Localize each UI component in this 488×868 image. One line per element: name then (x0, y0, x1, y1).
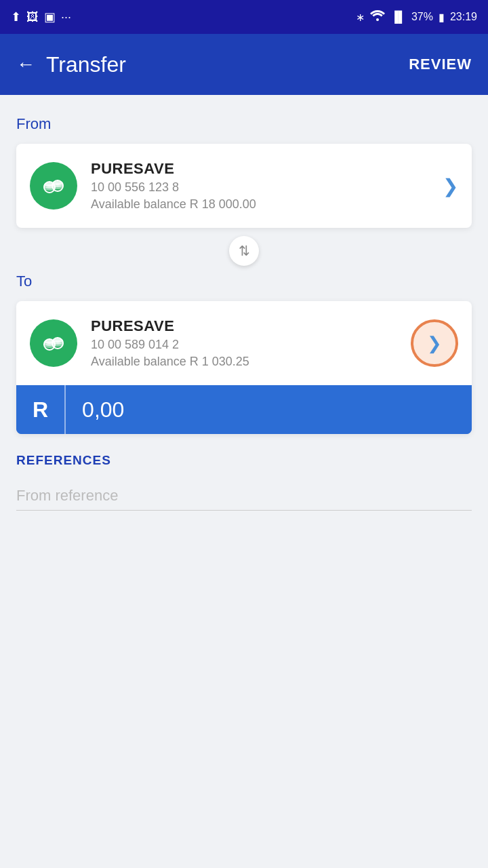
app-bar: ← Transfer REVIEW (0, 34, 488, 95)
to-account-name: PURESAVE (91, 317, 249, 335)
to-account-left: PURESAVE 10 00 589 014 2 Available balan… (30, 317, 249, 369)
svg-point-0 (376, 18, 379, 21)
main-content: From PURESAVE 1 (0, 95, 488, 531)
app-bar-left: ← Transfer (16, 52, 126, 77)
back-button[interactable]: ← (16, 54, 35, 75)
calendar-icon: ▣ (44, 9, 56, 24)
from-account-info: PURESAVE 10 00 556 123 8 Available balan… (91, 160, 256, 212)
wifi-icon (370, 9, 385, 24)
from-account-name: PURESAVE (91, 160, 256, 178)
from-account-balance: Available balance R 18 000.00 (91, 197, 256, 212)
to-account-icon (30, 319, 77, 367)
signal-icon: ▐▌ (390, 11, 406, 23)
amount-row: R (16, 385, 472, 434)
to-label: To (16, 273, 472, 290)
to-account-card: PURESAVE 10 00 589 014 2 Available balan… (16, 301, 472, 434)
from-chevron-right-icon: ❯ (443, 175, 458, 197)
battery-icon: ▮ (439, 11, 445, 24)
page-title: Transfer (46, 52, 126, 77)
image-icon: 🖼 (26, 10, 39, 24)
status-right-icons: ∗ ▐▌ 37% ▮ 23:19 (356, 9, 477, 24)
from-label: From (16, 115, 472, 133)
from-section: From PURESAVE 1 (16, 115, 472, 228)
time-display: 23:19 (450, 11, 477, 23)
status-bar: ⬆ 🖼 ▣ ··· ∗ ▐▌ 37% ▮ 23:19 (0, 0, 488, 34)
status-left-icons: ⬆ 🖼 ▣ ··· (11, 9, 71, 24)
to-account-inner[interactable]: PURESAVE 10 00 589 014 2 Available balan… (16, 301, 472, 385)
review-button[interactable]: REVIEW (409, 56, 472, 73)
to-account-info: PURESAVE 10 00 589 014 2 Available balan… (91, 317, 249, 369)
from-account-icon (30, 162, 77, 210)
battery-percent: 37% (411, 11, 433, 23)
amount-input[interactable] (66, 385, 472, 434)
references-section: REFERENCES (16, 453, 472, 511)
to-account-number: 10 00 589 014 2 (91, 338, 249, 352)
from-account-number: 10 00 556 123 8 (91, 180, 256, 195)
to-chevron-right-icon: ❯ (427, 333, 442, 354)
svg-point-16 (52, 342, 63, 347)
from-account-card[interactable]: PURESAVE 10 00 556 123 8 Available balan… (16, 144, 472, 228)
upload-icon: ⬆ (11, 9, 21, 24)
swap-icon: ⇅ (229, 236, 259, 266)
from-reference-input[interactable] (16, 481, 472, 511)
more-icon: ··· (61, 10, 71, 24)
svg-point-8 (52, 185, 63, 189)
swap-area: ⇅ (16, 236, 472, 266)
to-account-balance: Available balance R 1 030.25 (91, 355, 249, 369)
references-label: REFERENCES (16, 453, 472, 468)
bluetooth-icon: ∗ (356, 11, 365, 24)
to-section: To (16, 273, 472, 434)
from-account-left: PURESAVE 10 00 556 123 8 Available balan… (30, 160, 256, 212)
currency-symbol: R (16, 385, 66, 434)
to-chevron-circle[interactable]: ❯ (411, 319, 458, 367)
